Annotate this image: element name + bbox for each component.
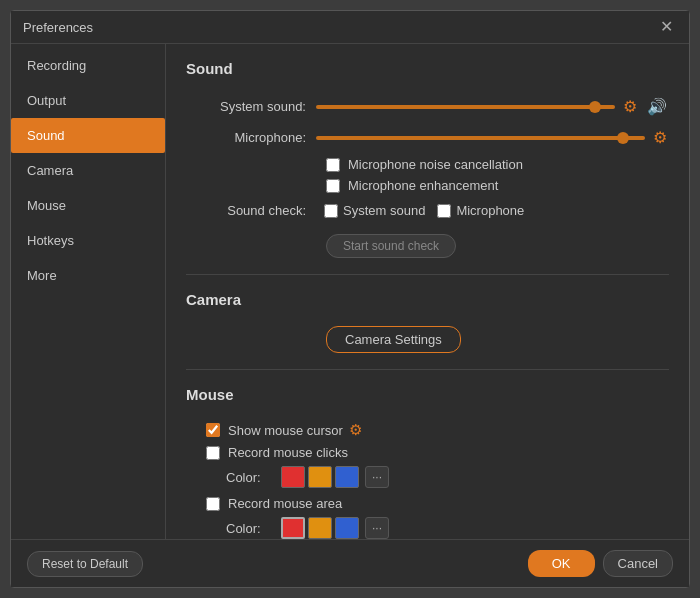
divider-2 bbox=[186, 369, 669, 370]
sidebar-item-more[interactable]: More bbox=[11, 258, 165, 293]
clicks-color-row: Color: ··· bbox=[186, 466, 669, 488]
record-area-label[interactable]: Record mouse area bbox=[228, 496, 342, 511]
footer: Reset to Default OK Cancel bbox=[11, 539, 689, 587]
clicks-color-yellow[interactable] bbox=[308, 466, 332, 488]
system-sound-slider-container: ⚙ 🔊 bbox=[316, 95, 669, 118]
system-sound-volume-icon[interactable]: 🔊 bbox=[645, 95, 669, 118]
dialog-title: Preferences bbox=[23, 20, 93, 35]
area-color-blue[interactable] bbox=[335, 517, 359, 539]
clicks-color-label: Color: bbox=[226, 470, 271, 485]
record-clicks-checkbox[interactable] bbox=[206, 446, 220, 460]
system-sound-gear-icon[interactable]: ⚙ bbox=[621, 95, 639, 118]
show-cursor-checkbox[interactable] bbox=[206, 423, 220, 437]
ok-button[interactable]: OK bbox=[528, 550, 595, 577]
system-sound-check-item: System sound bbox=[324, 203, 425, 218]
close-button[interactable]: ✕ bbox=[656, 19, 677, 35]
area-color-label: Color: bbox=[226, 521, 271, 536]
system-sound-label: System sound: bbox=[186, 99, 316, 114]
clicks-color-red[interactable] bbox=[281, 466, 305, 488]
clicks-color-blue[interactable] bbox=[335, 466, 359, 488]
clicks-color-more-button[interactable]: ··· bbox=[365, 466, 389, 488]
sidebar-item-output[interactable]: Output bbox=[11, 83, 165, 118]
preferences-dialog: Preferences ✕ Recording Output Sound Cam… bbox=[10, 10, 690, 588]
sidebar-item-recording[interactable]: Recording bbox=[11, 48, 165, 83]
mouse-section-title: Mouse bbox=[186, 386, 669, 409]
cancel-button[interactable]: Cancel bbox=[603, 550, 673, 577]
dialog-body: Recording Output Sound Camera Mouse Hotk… bbox=[11, 44, 689, 539]
microphone-check-item: Microphone bbox=[437, 203, 524, 218]
reset-to-default-button[interactable]: Reset to Default bbox=[27, 551, 143, 577]
enhancement-checkbox[interactable] bbox=[326, 179, 340, 193]
system-sound-slider[interactable] bbox=[316, 105, 615, 109]
record-area-checkbox[interactable] bbox=[206, 497, 220, 511]
sidebar-item-mouse[interactable]: Mouse bbox=[11, 188, 165, 223]
sound-check-system-checkbox[interactable] bbox=[324, 204, 338, 218]
title-bar: Preferences ✕ bbox=[11, 11, 689, 44]
sound-check-microphone-label[interactable]: Microphone bbox=[456, 203, 524, 218]
microphone-label: Microphone: bbox=[186, 130, 316, 145]
microphone-row: Microphone: ⚙ bbox=[186, 126, 669, 149]
sidebar-item-sound[interactable]: Sound bbox=[11, 118, 165, 153]
footer-actions: OK Cancel bbox=[528, 550, 673, 577]
sound-section-title: Sound bbox=[186, 60, 669, 83]
sound-check-microphone-checkbox[interactable] bbox=[437, 204, 451, 218]
show-cursor-label[interactable]: Show mouse cursor bbox=[228, 423, 343, 438]
microphone-gear-icon[interactable]: ⚙ bbox=[651, 126, 669, 149]
area-color-more-button[interactable]: ··· bbox=[365, 517, 389, 539]
start-sound-check-button[interactable]: Start sound check bbox=[326, 234, 456, 258]
divider-1 bbox=[186, 274, 669, 275]
area-color-red[interactable] bbox=[281, 517, 305, 539]
microphone-slider-container: ⚙ bbox=[316, 126, 669, 149]
microphone-slider[interactable] bbox=[316, 136, 645, 140]
area-color-row: Color: ··· bbox=[186, 517, 669, 539]
area-color-yellow[interactable] bbox=[308, 517, 332, 539]
main-content: Sound System sound: ⚙ 🔊 Microphone: ⚙ Mi bbox=[166, 44, 689, 539]
sound-check-row: Sound check: System sound Microphone bbox=[186, 203, 669, 218]
noise-cancellation-checkbox[interactable] bbox=[326, 158, 340, 172]
show-cursor-gear-icon[interactable]: ⚙ bbox=[349, 421, 362, 439]
record-clicks-row: Record mouse clicks bbox=[186, 445, 669, 460]
sidebar: Recording Output Sound Camera Mouse Hotk… bbox=[11, 44, 166, 539]
sound-check-label: Sound check: bbox=[186, 203, 316, 218]
system-sound-row: System sound: ⚙ 🔊 bbox=[186, 95, 669, 118]
record-area-row: Record mouse area bbox=[186, 496, 669, 511]
sidebar-item-hotkeys[interactable]: Hotkeys bbox=[11, 223, 165, 258]
sound-check-items: System sound Microphone bbox=[324, 203, 524, 218]
sidebar-item-camera[interactable]: Camera bbox=[11, 153, 165, 188]
show-cursor-row: Show mouse cursor ⚙ bbox=[186, 421, 669, 439]
noise-cancellation-row: Microphone noise cancellation bbox=[186, 157, 669, 172]
noise-cancellation-label[interactable]: Microphone noise cancellation bbox=[348, 157, 523, 172]
camera-section-title: Camera bbox=[186, 291, 669, 314]
sound-check-system-label[interactable]: System sound bbox=[343, 203, 425, 218]
enhancement-label[interactable]: Microphone enhancement bbox=[348, 178, 498, 193]
enhancement-row: Microphone enhancement bbox=[186, 178, 669, 193]
camera-settings-button[interactable]: Camera Settings bbox=[326, 326, 461, 353]
record-clicks-label[interactable]: Record mouse clicks bbox=[228, 445, 348, 460]
